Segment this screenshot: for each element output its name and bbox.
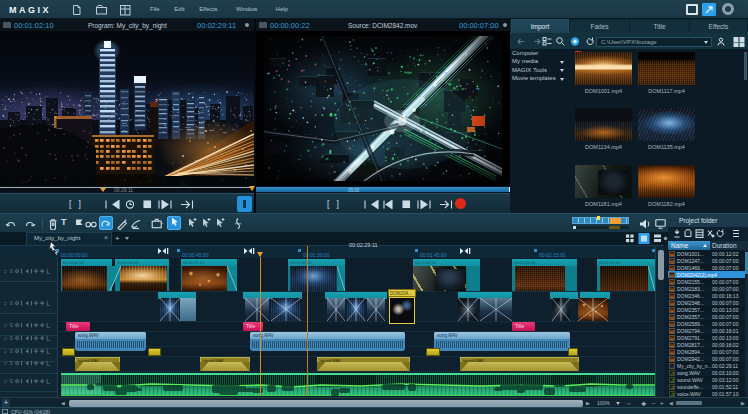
svg-text:♫: ♫	[3, 348, 7, 354]
svg-text:♫: ♫	[3, 300, 7, 306]
svg-text:♫: ♫	[3, 360, 7, 366]
svg-text:S: S	[9, 301, 13, 306]
svg-text:♫: ♫	[3, 378, 7, 384]
svg-text:♫: ♫	[3, 335, 7, 341]
svg-text:S: S	[9, 379, 13, 384]
svg-text:♫: ♫	[3, 322, 7, 328]
svg-text:S: S	[9, 349, 13, 354]
svg-text:S: S	[9, 269, 13, 274]
svg-text:♫: ♫	[3, 268, 7, 274]
svg-text:S: S	[9, 323, 13, 328]
svg-text:S: S	[9, 336, 13, 341]
svg-text:S: S	[9, 361, 13, 366]
